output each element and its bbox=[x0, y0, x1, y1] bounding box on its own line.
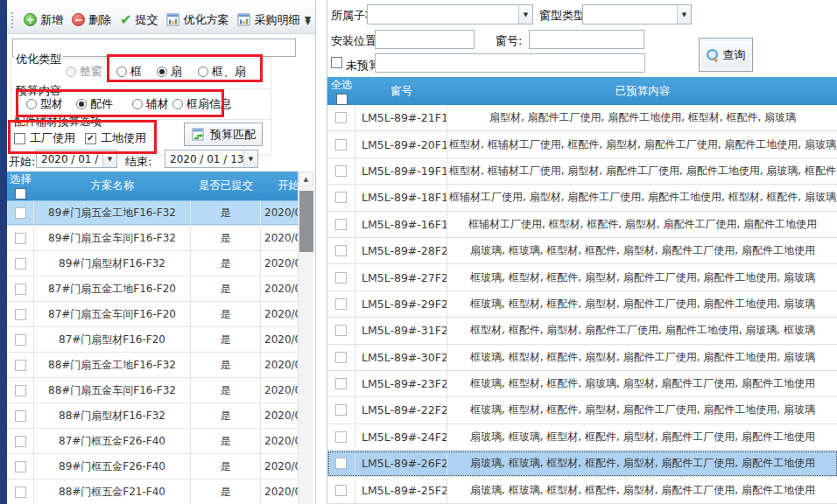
submitted-column-header[interactable]: 是否已提交 bbox=[191, 172, 261, 200]
no-budget-checkbox[interactable] bbox=[331, 57, 342, 68]
plan-row[interactable]: 88#门扇五金车间F16-F32 是 2020/0 bbox=[7, 378, 298, 403]
caret-down-icon[interactable]: ▼ bbox=[518, 5, 532, 24]
toolbar-grip[interactable] bbox=[11, 12, 15, 28]
row-checkbox[interactable] bbox=[15, 334, 26, 346]
window-no-column-header[interactable]: 窗号 bbox=[355, 77, 447, 105]
row-checkbox[interactable] bbox=[15, 207, 26, 219]
start-column-header[interactable]: 开始 bbox=[261, 172, 298, 200]
radio-icon bbox=[198, 66, 208, 77]
row-checkbox[interactable] bbox=[335, 325, 347, 336]
budgeted-content-column-header[interactable]: 已预算内容 bbox=[447, 77, 837, 105]
window-row[interactable]: LM5L-89#-29F27 框玻璃, 框型材, 框配件, 扇型材, 扇配件工厂… bbox=[327, 291, 837, 318]
row-checkbox[interactable] bbox=[15, 410, 26, 422]
row-checkbox[interactable] bbox=[335, 165, 347, 177]
budget-content-radio[interactable]: 配件 bbox=[76, 96, 113, 112]
plan-row[interactable]: 88#门扇型材F16-F32 是 2020/0 bbox=[7, 403, 298, 429]
plan-row[interactable]: 87#门扇五金工地F16-F20 是 2020/0 bbox=[7, 276, 298, 302]
window-row[interactable]: LM5L-89#-19F17 框型材, 框辅材工厂使用, 扇型材, 扇配件工厂使… bbox=[327, 158, 837, 185]
row-checkbox[interactable] bbox=[15, 461, 26, 472]
budget-content-radio[interactable]: 框扇信息 bbox=[172, 96, 232, 112]
row-checkbox[interactable] bbox=[15, 258, 26, 270]
row-checkbox[interactable] bbox=[15, 436, 26, 447]
optimize-type-radio[interactable]: 框、扇 bbox=[198, 64, 246, 80]
plan-row[interactable]: 89#门扇型材F16-F32 是 2020/0 bbox=[7, 251, 298, 276]
plan-name-column-header[interactable]: 方案名称 bbox=[34, 172, 191, 200]
plan-table-scrollbar[interactable]: ▲ bbox=[298, 172, 313, 504]
end-date-picker[interactable]: 2020 / 01 / 13 ▼ bbox=[165, 150, 258, 168]
row-checkbox[interactable] bbox=[15, 486, 26, 498]
window-row[interactable]: LM5L-89#-16F15 框辅材工厂使用, 框型材, 框配件, 扇型材, 扇… bbox=[327, 212, 837, 238]
row-checkbox[interactable] bbox=[335, 298, 347, 310]
row-checkbox[interactable] bbox=[335, 485, 347, 496]
window-no-input[interactable] bbox=[529, 30, 644, 49]
row-checkbox[interactable] bbox=[335, 245, 347, 256]
usage-checkbox[interactable]: 工地使用 bbox=[85, 130, 146, 146]
plan-row[interactable]: 87#门扇五金车间F16-F20 是 2020/0 bbox=[7, 302, 298, 327]
plan-row[interactable]: 87#门扇型材F16-F20 是 2020/0 bbox=[7, 327, 298, 353]
window-row[interactable]: LM5L-89#-27F25 框玻璃, 框型材, 框配件, 扇型材, 扇配件工厂… bbox=[327, 264, 837, 290]
optimize-plan-button[interactable]: 优化方案 bbox=[162, 10, 233, 31]
toolbar-overflow-button[interactable]: ▼ bbox=[302, 11, 313, 31]
submit-button[interactable]: ✔ 提交 bbox=[116, 10, 162, 31]
row-checkbox[interactable] bbox=[335, 431, 347, 443]
window-row[interactable]: LM5L-89#-21F19 扇型材, 扇配件工厂使用, 扇配件工地使用, 框型… bbox=[327, 105, 837, 131]
query-button[interactable]: 查询 bbox=[699, 38, 753, 72]
budget-content-radio[interactable]: 型材 bbox=[26, 96, 63, 112]
plan-row[interactable]: 88#门扇五金工地F16-F32 是 2020/0 bbox=[7, 353, 298, 378]
sub-item-select[interactable]: ▼ bbox=[367, 4, 533, 24]
row-checkbox[interactable] bbox=[15, 385, 26, 396]
add-button[interactable]: + 新增 bbox=[19, 10, 67, 31]
usage-checkbox[interactable]: 工厂使用 bbox=[14, 130, 75, 146]
scroll-up-icon[interactable]: ▲ bbox=[299, 172, 313, 186]
caret-down-icon[interactable]: ▼ bbox=[102, 150, 116, 167]
caret-down-icon[interactable]: ▼ bbox=[677, 5, 691, 24]
select-all-checkbox[interactable] bbox=[15, 188, 26, 200]
start-date-picker[interactable]: 2020 / 01 / 1 ▼ bbox=[36, 150, 117, 168]
row-checkbox[interactable] bbox=[15, 360, 26, 371]
row-checkbox[interactable] bbox=[335, 139, 347, 150]
window-row[interactable]: LM5L-89#-23F21 框玻璃, 框型材, 框配件, 扇玻璃, 扇型材, … bbox=[327, 371, 837, 397]
window-row[interactable]: LM5L-89#-30F28 框玻璃, 框型材, 框配件, 扇型材, 扇配件工厂… bbox=[327, 345, 837, 371]
budgeted-content-cell: 扇玻璃, 框玻璃, 框型材, 框配件, 扇型材, 扇配件工厂使用, 扇配件工地使… bbox=[447, 451, 837, 476]
install-position-input[interactable] bbox=[375, 30, 475, 49]
row-checkbox[interactable] bbox=[335, 352, 347, 363]
row-checkbox[interactable] bbox=[15, 284, 26, 295]
window-row[interactable]: LM5L-89#-24F22 扇玻璃, 框玻璃, 框型材, 框配件, 扇型材, … bbox=[327, 424, 837, 451]
caret-down-icon[interactable]: ▼ bbox=[243, 150, 257, 167]
row-checkbox[interactable] bbox=[335, 404, 347, 416]
optimize-type-radio[interactable]: 扇 bbox=[157, 64, 182, 80]
row-checkbox[interactable] bbox=[335, 272, 347, 284]
row-checkbox[interactable] bbox=[335, 458, 347, 469]
plan-row[interactable]: 87#门框五金F26-F40 是 2020/0 bbox=[7, 429, 298, 454]
window-row[interactable]: LM5L-89#-18F16 框辅材工厂使用, 扇型材, 扇配件工厂使用, 扇配… bbox=[327, 185, 837, 211]
window-row[interactable]: LM5L-89#-28F26 扇玻璃, 框玻璃, 框型材, 框配件, 扇型材, … bbox=[327, 238, 837, 264]
row-checkbox[interactable] bbox=[335, 112, 347, 123]
select-all-checkbox[interactable] bbox=[336, 94, 348, 105]
plan-row[interactable]: 89#门框五金F26-F40 是 2020/0 bbox=[7, 454, 298, 480]
start-date-cell: 2020/0 bbox=[261, 226, 298, 250]
window-row[interactable]: LM5L-89#-31F29 框型材, 框配件, 扇型材, 扇配件工厂使用, 扇… bbox=[327, 318, 837, 344]
window-type-select[interactable]: ▼ bbox=[582, 4, 692, 24]
scrollbar-thumb[interactable] bbox=[299, 191, 313, 252]
plan-row[interactable]: 88#门框五金F21-F40 是 2020/0 bbox=[7, 480, 298, 504]
optimize-type-radio[interactable]: 整窗 bbox=[66, 64, 102, 80]
window-row[interactable]: LM5L-89#-25F23 扇玻璃, 框玻璃, 框型材, 框配件, 扇型材, … bbox=[327, 477, 837, 503]
submit-button-label: 提交 bbox=[135, 12, 158, 28]
budget-match-button[interactable]: 预算匹配 bbox=[184, 122, 263, 146]
row-checkbox[interactable] bbox=[15, 309, 26, 320]
budget-content-radio[interactable]: 辅材 bbox=[132, 96, 169, 112]
delete-button[interactable]: − 删除 bbox=[67, 10, 116, 31]
window-row[interactable]: LM5L-89#-26F24 扇玻璃, 框玻璃, 框型材, 框配件, 扇型材, … bbox=[327, 451, 837, 477]
plan-row[interactable]: 89#门扇五金工地F16-F32 是 2020/0 bbox=[7, 200, 298, 226]
window-row[interactable]: LM5L-89#-20F18 框型材, 框辅材工厂使用, 框配件, 扇型材, 扇… bbox=[327, 131, 837, 158]
row-checkbox[interactable] bbox=[335, 219, 347, 230]
optimize-type-radio[interactable]: 框 bbox=[116, 64, 142, 80]
row-checkbox[interactable] bbox=[335, 378, 347, 389]
install-position-label: 安装位置: bbox=[331, 33, 380, 49]
no-budget-input[interactable] bbox=[375, 53, 645, 73]
row-checkbox[interactable] bbox=[335, 192, 347, 203]
plan-row[interactable]: 89#门扇五金车间F16-F32 是 2020/0 bbox=[7, 226, 298, 251]
window-row[interactable]: LM5L-89#-22F20 框玻璃, 框型材, 框配件, 扇型材, 扇配件工厂… bbox=[327, 397, 837, 424]
radio-icon bbox=[157, 66, 167, 77]
row-checkbox[interactable] bbox=[15, 233, 26, 244]
